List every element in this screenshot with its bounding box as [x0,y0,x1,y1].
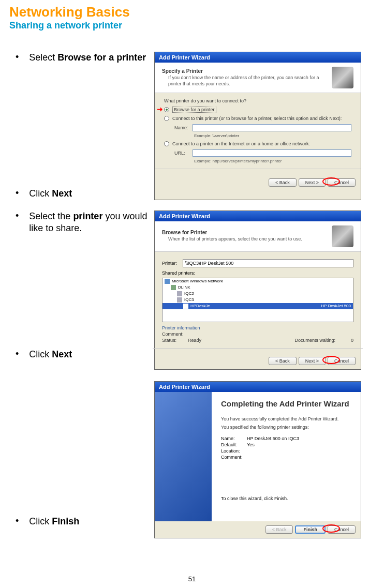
radio-label: Connect to this printer (or to browse fo… [172,116,342,121]
tree-pc1[interactable]: IQC2 [163,291,353,297]
cancel-button[interactable]: Cancel [328,357,356,365]
dialog-header: Specify a Printer If you don't know the … [155,63,361,93]
dialog-header-title: Browse for Printer [162,230,302,235]
instruction-text: Click Finish [29,516,79,527]
url-label: URL: [174,150,193,156]
instruction-finish: • Click Finish [9,516,154,527]
url-input-row: URL: [174,149,351,157]
radio-label: Connect to a printer on the Internet or … [172,141,310,146]
printer-name-input[interactable]: \\IQC3\HP DeskJet 500 [183,259,353,267]
dialog-header-sub: When the list of printers appears, selec… [168,236,302,243]
next-button[interactable]: Next > [299,357,326,365]
dialog-title-bar: Add Printer Wizard [155,211,361,221]
dialog-footer: < Back Finish Cancel [155,521,361,538]
name-input-row: Name: [174,124,351,131]
instruction-next-2: • Click Next [9,349,154,360]
instruction-text: Click Next [29,188,72,200]
dialog-header-title: Specify a Printer [162,68,327,74]
dialog-prompt: What printer do you want to connect to? [164,98,351,103]
section-browse-printer: • Select Browse for a printer • Click Ne… [9,52,375,200]
printer-label: Printer: [162,261,183,266]
computer-icon [177,291,182,296]
printer-small-icon [183,304,188,309]
dialog-header-sub: If you don't know the name or address of… [168,75,327,87]
tree-printer-selected[interactable]: HPDeskJe HP DeskJet 500 [163,303,353,309]
bullet-icon: • [16,516,19,527]
summary-name: Name: HP DeskJet 500 on IQC3 [221,436,351,441]
dialog-footer: < Back Next > Cancel [155,174,361,191]
section-select-printer: • Select the printer you would like to s… [9,210,375,370]
name-label: Name: [174,125,193,130]
dialog-browse-printer: Add Printer Wizard Browse for Printer Wh… [154,210,361,370]
summary-default: Default: Yes [221,442,351,447]
page-title: Networking Basics [9,4,375,20]
url-input[interactable] [193,149,351,157]
radio-label: Browse for a printer [172,107,216,113]
radio-internet-printer[interactable]: Connect to a printer on the Internet or … [164,141,351,146]
cancel-button[interactable]: Cancel [328,525,356,534]
summary-location: Location: [221,448,351,454]
red-arrow-icon: ➜ [157,105,163,113]
group-icon [171,285,176,290]
bullet-icon: • [16,52,19,63]
name-example: Example: \\server\printer [194,133,351,138]
instruction-text: Click Next [29,349,72,360]
tree-network[interactable]: Microsoft Windows Network [163,278,353,284]
tree-pc2[interactable]: IQC3 [163,297,353,303]
computer-icon [177,297,182,303]
summary-comment: Comment: [221,455,351,460]
finish-button[interactable]: Finish [295,525,326,534]
printer-icon [332,67,353,88]
page-number: 51 [188,575,196,583]
printer-name-row: Printer: \\IQC3\HP DeskJet 500 [162,259,353,267]
shared-printers-tree[interactable]: Microsoft Windows Network DLINK IQC2 IQC… [162,278,353,322]
comment-row: Comment: [162,331,353,337]
dialog-specify-printer: Add Printer Wizard Specify a Printer If … [154,52,361,200]
next-button[interactable]: Next > [299,178,326,187]
close-instruction: To close this wizard, click Finish. [221,496,351,501]
instruction-next-1: • Click Next [9,188,154,200]
printer-info-header: Printer information [162,325,353,330]
tree-workgroup[interactable]: DLINK [163,284,353,291]
back-button[interactable]: < Back [269,357,297,365]
summary-line2: You specified the following printer sett… [221,424,351,431]
radio-browse-printer[interactable]: ➜ Browse for a printer [164,107,351,113]
bullet-icon: • [16,188,19,199]
completing-title: Completing the Add Printer Wizard [221,399,351,409]
printer-icon [332,225,353,247]
dialog-footer: < Back Next > Cancel [155,353,361,369]
page-subtitle: Sharing a network printer [9,20,375,31]
wizard-banner [155,392,212,521]
instruction-text: Select the printer you would like to sha… [29,210,154,235]
url-example: Example: http://server/printers/myprinte… [194,159,351,163]
network-icon [165,279,170,284]
cancel-button[interactable]: Cancel [328,178,356,187]
status-row: Status: Ready Documents waiting: 0 [162,338,353,343]
dialog-title-bar: Add Printer Wizard [155,382,361,392]
instruction-text: Select Browse for a printer [29,52,146,64]
instruction-browse: • Select Browse for a printer [9,52,154,64]
name-input[interactable] [193,124,351,131]
back-button[interactable]: < Back [269,178,297,187]
bullet-icon: • [16,210,19,222]
back-button[interactable]: < Back [265,525,293,534]
radio-connect-printer[interactable]: Connect to this printer (or to browse fo… [164,116,351,121]
summary-line1: You have successfully completed the Add … [221,416,351,423]
dialog-title-bar: Add Printer Wizard [155,52,361,63]
instruction-select-printer: • Select the printer you would like to s… [9,210,154,235]
dialog-completing-wizard: Add Printer Wizard Completing the Add Pr… [154,381,361,538]
dialog-header: Browse for Printer When the list of prin… [155,221,361,252]
section-completing-wizard: • Click Finish Add Printer Wizard Comple… [9,381,375,538]
bullet-icon: • [16,349,19,360]
shared-printers-label: Shared printers: [162,270,353,276]
